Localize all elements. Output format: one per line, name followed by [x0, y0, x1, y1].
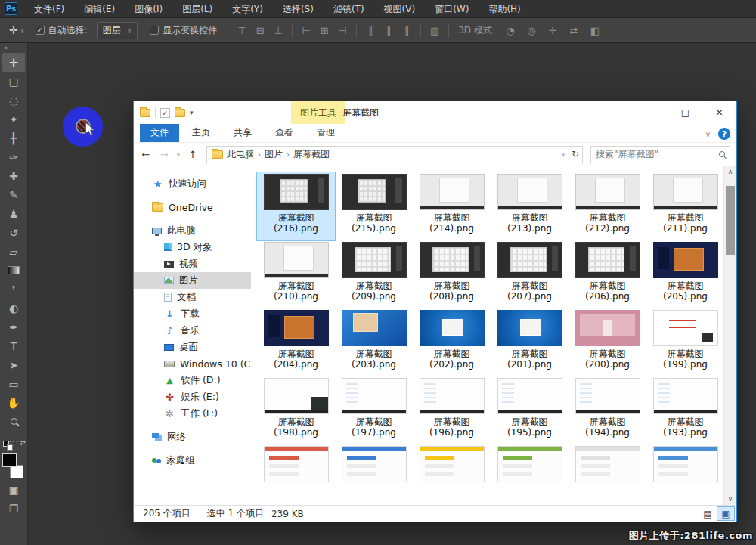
history-brush-tool[interactable]: ↺ [2, 223, 25, 242]
forward-button[interactable]: → [155, 149, 173, 160]
sidebar-item-OneDrive[interactable]: OneDrive [134, 199, 251, 215]
sidebar-item-3D 对象[interactable]: 3D 对象 [134, 239, 251, 255]
file-item[interactable]: 屏幕截图(198).png [257, 376, 335, 444]
file-item[interactable]: 屏幕截图(202).png [413, 308, 491, 376]
clone-stamp-tool[interactable]: ♟ [2, 204, 25, 223]
help-button[interactable]: ? [718, 128, 730, 140]
healing-brush-tool[interactable]: ✚ [2, 166, 25, 185]
maximize-button[interactable]: □ [668, 101, 702, 124]
screen-mode-tool[interactable]: ❐ [2, 499, 25, 518]
vertical-scrollbar[interactable]: ∧ ∨ [723, 166, 736, 505]
file-item[interactable]: 屏幕截图(193).png [646, 376, 723, 444]
search-box[interactable] [590, 146, 730, 163]
gradient-tool[interactable] [2, 261, 25, 280]
breadcrumb[interactable]: 此电脑›图片›屏幕截图 ∨↻ [206, 146, 583, 163]
file-item[interactable]: 屏幕截图(195).png [491, 376, 569, 444]
file-item[interactable]: 屏幕截图(211).png [646, 172, 723, 240]
address-dropdown-button[interactable]: ∨ [561, 151, 565, 158]
eyedropper-tool[interactable]: ✑ [2, 147, 25, 166]
eraser-tool[interactable]: ▱ [2, 242, 25, 261]
close-button[interactable]: ✕ [702, 101, 736, 124]
shape-tool[interactable]: ▭ [2, 374, 25, 393]
lasso-tool[interactable]: ◌ [2, 91, 25, 110]
auto-select-target-dropdown[interactable]: 图层 ∨ [97, 22, 138, 39]
align-right-icon[interactable]: ⊣ [335, 25, 350, 36]
file-item[interactable]: 屏幕截图(199).png [646, 308, 723, 376]
file-item[interactable] [569, 444, 646, 505]
zoom-tool[interactable] [2, 412, 25, 431]
type-tool[interactable]: T [2, 336, 25, 355]
align-top-icon[interactable]: ⊤ [234, 25, 249, 36]
minimize-button[interactable]: – [634, 101, 668, 124]
sidebar-item-下载[interactable]: ↓下载 [134, 305, 251, 322]
3d-drag-icon[interactable]: ✛ [544, 25, 562, 36]
3d-rotate-icon[interactable]: ◔ [501, 25, 519, 36]
ribbon-tab-主页[interactable]: 主页 [181, 124, 221, 142]
file-item[interactable]: 屏幕截图(200).png [569, 308, 646, 376]
align-bottom-icon[interactable]: ⊥ [271, 25, 286, 36]
file-item[interactable]: 屏幕截图(196).png [413, 376, 491, 444]
qat-folder-icon[interactable] [140, 109, 150, 117]
ps-menu-item[interactable]: 图像(I) [125, 0, 172, 18]
file-item[interactable]: 屏幕截图(207).png [491, 240, 569, 308]
sidebar-item-家庭组[interactable]: 家庭组 [134, 452, 251, 469]
align-left-icon[interactable]: ⊢ [299, 25, 314, 36]
file-item[interactable]: 屏幕截图(216).png [257, 172, 335, 240]
sidebar-item-Windows 10 (C:)[interactable]: Windows 10 (C:) [134, 355, 251, 372]
ribbon-tab-管理[interactable]: 管理 [306, 124, 345, 142]
file-item[interactable]: 屏幕截图(208).png [413, 240, 491, 308]
sidebar-item-工作 (F:)[interactable]: ✲工作 (F:) [134, 405, 251, 422]
distribute-bottom-icon[interactable]: ‖ [399, 25, 414, 36]
marquee-tool[interactable]: ▢ [2, 72, 25, 91]
qat-properties-icon[interactable]: ✓ [160, 108, 170, 118]
brush-tool[interactable]: ✎ [2, 185, 25, 204]
recent-locations-button[interactable]: ∨ [173, 151, 184, 158]
show-transform-checkbox[interactable]: ✓ 显示变换控件 [145, 24, 222, 37]
back-button[interactable]: ← [137, 149, 155, 160]
sidebar-item-文档[interactable]: 文档 [134, 289, 251, 305]
file-item[interactable]: 屏幕截图(212).png [569, 172, 646, 240]
3d-camera-icon[interactable]: ◧ [586, 25, 604, 36]
ps-menu-item[interactable]: 文字(Y) [222, 0, 273, 18]
foreground-color-swatch[interactable] [2, 453, 17, 467]
quick-mask-tool[interactable]: ▣ [2, 480, 25, 499]
color-swatches[interactable]: ⇄ [2, 453, 25, 478]
crop-tool[interactable]: ╂ [2, 129, 25, 147]
file-item[interactable] [413, 444, 491, 505]
ribbon-tab-共享[interactable]: 共享 [223, 124, 262, 142]
sidebar-item-此电脑[interactable]: 此电脑 [134, 222, 251, 239]
dodge-tool[interactable]: ◐ [2, 299, 25, 317]
toolbar-collapse-button[interactable]: » [0, 43, 27, 53]
align-hcenter-icon[interactable]: ⊞ [317, 25, 332, 36]
current-tool-button[interactable]: ✛ ∨ [0, 24, 31, 36]
details-view-button[interactable]: ▤ [699, 506, 717, 521]
scroll-up-icon[interactable]: ∧ [728, 166, 733, 178]
ps-menu-item[interactable]: 编辑(E) [74, 0, 125, 18]
breadcrumb-segment[interactable]: 此电脑 [227, 148, 254, 161]
file-item[interactable] [335, 444, 413, 505]
large-icons-view-button[interactable]: ▣ [717, 506, 735, 521]
ps-menu-item[interactable]: 视图(V) [374, 0, 426, 18]
align-vcenter-icon[interactable]: ⊟ [253, 25, 268, 36]
file-item[interactable] [491, 444, 569, 505]
ps-menu-item[interactable]: 文件(F) [24, 0, 74, 18]
distribute-spacing-icon[interactable]: ▥ [427, 25, 442, 36]
file-item[interactable]: 屏幕截图(215).png [335, 172, 413, 240]
distribute-vcenter-icon[interactable]: ‖ [381, 25, 396, 36]
pen-tool[interactable]: ✒ [2, 317, 25, 336]
qat-customize-icon[interactable]: ▾ [190, 109, 194, 116]
swap-colors-icon[interactable]: ⇄ [20, 439, 26, 447]
ps-menu-item[interactable]: 滤镜(T) [324, 0, 374, 18]
file-item[interactable]: 屏幕截图(206).png [569, 240, 646, 308]
sidebar-item-图片[interactable]: 图片 [134, 272, 251, 289]
qat-newfolder-icon[interactable] [175, 109, 185, 117]
file-item[interactable]: 屏幕截图(213).png [491, 172, 569, 240]
ribbon-tab-查看[interactable]: 查看 [265, 124, 304, 142]
sidebar-item-音乐[interactable]: ♪音乐 [134, 322, 251, 339]
scroll-down-icon[interactable]: ∨ [728, 494, 733, 505]
file-item[interactable]: 屏幕截图(201).png [491, 308, 569, 376]
file-item[interactable]: 屏幕截图(209).png [335, 240, 413, 308]
explorer-titlebar[interactable]: ✓▾ 图片工具 屏幕截图 –□✕ [134, 101, 736, 124]
quick-select-tool[interactable]: ✦ [2, 110, 25, 129]
sidebar-item-桌面[interactable]: 桌面 [134, 339, 251, 355]
